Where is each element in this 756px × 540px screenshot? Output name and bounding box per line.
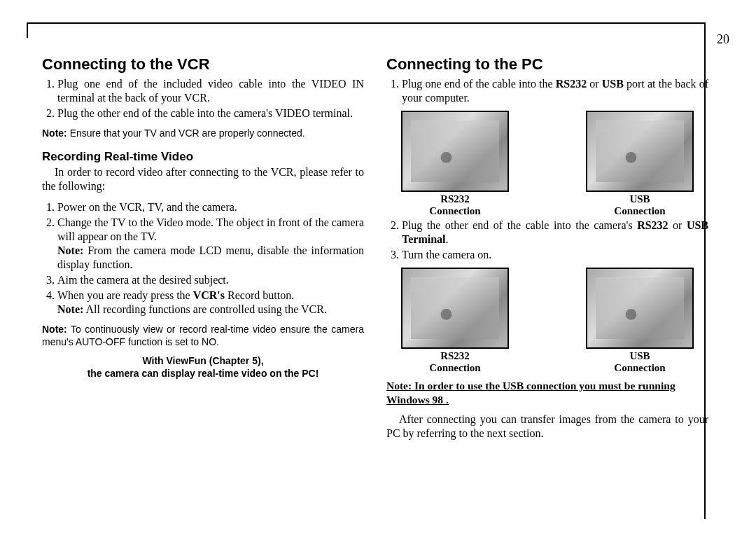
img-usb-cam: USB Connection [584, 268, 696, 375]
pc1-c: or [587, 78, 602, 90]
rec-step-4: When you are ready press the VCR's Recor… [57, 289, 364, 317]
pc2-b: RS232 [637, 219, 668, 231]
vcr-steps: Plug one end of the included video cable… [42, 77, 364, 120]
pc2-e: . [446, 233, 449, 245]
vcr-step-2: Plug the other end of the cable into the… [57, 106, 364, 120]
vcr-step-1: Plug one end of the included video cable… [57, 77, 364, 105]
pc2-a: Plug the other end of the cable into the… [402, 219, 637, 231]
recording-steps: Power on the VCR, TV, and the camera. Ch… [42, 200, 364, 317]
page: 20 Connecting to the VCR Plug one end of… [0, 0, 756, 540]
photo-rs232-cam [401, 268, 509, 349]
rec-step-3: Aim the camera at the desired subject. [57, 273, 364, 287]
cap2-rs232-l1: RS232 [440, 350, 470, 361]
callout-line-1: With ViewFun (Chapter 5), [42, 355, 364, 368]
pc2-c: or [668, 219, 687, 231]
rec-step-2-note-label: Note: [57, 244, 83, 256]
pc-step-2: Plug the other end of the cable into the… [402, 219, 708, 247]
pc-steps-2: Plug the other end of the cable into the… [386, 219, 708, 262]
rec-step-4-note-label: Note: [57, 303, 83, 315]
rec-step-2: Change the TV to the Video mode. The obj… [57, 216, 364, 272]
pc1-b: RS232 [556, 78, 587, 90]
cap-usb-l1: USB [629, 193, 650, 205]
right-column: Connecting to the PC Plug one end of the… [386, 55, 708, 442]
note-tv-vcr: Note: Ensure that your TV and VCR are pr… [42, 127, 364, 140]
heading-vcr: Connecting to the VCR [42, 55, 364, 74]
heading-pc: Connecting to the PC [386, 55, 708, 74]
photo-usb-port [586, 111, 694, 192]
caption-usb-cam: USB Connection [584, 350, 696, 375]
rec-step-4-c: Record button. [225, 289, 294, 301]
pc-step-3: Turn the camera on. [402, 248, 708, 262]
pc-port-images: RS232 Connection USB Connection [386, 111, 708, 218]
after-connecting: After connecting you can transfer images… [386, 413, 708, 441]
photo-usb-cam [586, 268, 694, 349]
left-column: Connecting to the VCR Plug one end of th… [42, 55, 364, 442]
callout-line-2: the camera can display real-time video o… [42, 368, 364, 380]
note2-text: To continuously view or record real-time… [42, 324, 364, 347]
rec-step-2-note: From the camera mode LCD menu, disable t… [57, 244, 364, 270]
frame-right [704, 22, 706, 519]
recording-intro: In order to record video after connectin… [42, 165, 364, 193]
pc1-a: Plug one end of the cable into the [402, 78, 556, 90]
viewfun-callout: With ViewFun (Chapter 5), the camera can… [42, 355, 364, 380]
rec-step-2-text: Change the TV to the Video mode. The obj… [57, 216, 364, 242]
frame-left-stub [27, 22, 28, 38]
cap2-rs232-l2: Connection [429, 362, 480, 373]
cap-rs232-l2: Connection [429, 205, 480, 216]
note-autooff: Note: To continuously view or record rea… [42, 324, 364, 348]
img-rs232-port: RS232 Connection [399, 111, 511, 218]
pc-step-1: Plug one end of the cable into the RS232… [402, 77, 708, 105]
cap-usb-l2: Connection [614, 205, 665, 216]
cap-rs232-l1: RS232 [440, 193, 470, 205]
caption-rs232-port: RS232 Connection [399, 193, 511, 218]
usb-win98-note: Note: In order to use the USB connection… [386, 379, 708, 407]
rec-step-4-a: When you are ready press the [57, 289, 193, 301]
photo-rs232-port [401, 111, 509, 192]
page-number: 20 [717, 32, 729, 47]
img-rs232-cam: RS232 Connection [399, 268, 511, 375]
pc-steps-1: Plug one end of the cable into the RS232… [386, 77, 708, 105]
pc1-d: USB [602, 78, 624, 90]
camera-terminal-images: RS232 Connection USB Connection [386, 268, 708, 375]
note-text: Ensure that your TV and VCR are properly… [67, 127, 305, 139]
columns: Connecting to the VCR Plug one end of th… [42, 21, 714, 442]
heading-recording: Recording Real-time Video [42, 149, 364, 164]
img-usb-port: USB Connection [584, 111, 696, 218]
note2-label: Note: [42, 324, 67, 335]
rec-step-4-b: VCR's [193, 289, 225, 301]
rec-step-1: Power on the VCR, TV, and the camera. [57, 200, 364, 214]
caption-usb-port: USB Connection [584, 193, 696, 218]
rec-step-4-note: All recording functions are controlled u… [83, 303, 327, 315]
cap2-usb-l1: USB [629, 350, 650, 361]
note-label: Note: [42, 127, 67, 139]
caption-rs232-cam: RS232 Connection [399, 350, 511, 375]
cap2-usb-l2: Connection [614, 362, 665, 373]
